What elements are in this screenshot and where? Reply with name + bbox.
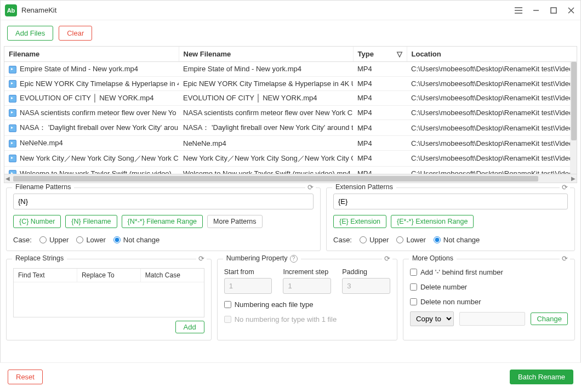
start-from-input[interactable] — [224, 278, 272, 294]
help-icon[interactable]: ? — [290, 255, 298, 263]
extension-patterns-panel: Extension Patterns ⟳ {E} Extension {E*-*… — [326, 188, 575, 251]
number-pattern-chip[interactable]: {C} Number — [13, 215, 61, 228]
batch-rename-button[interactable]: Batch Rename — [510, 370, 573, 384]
file-icon — [9, 95, 16, 103]
col-location[interactable]: Location — [407, 47, 577, 62]
add-dash-option[interactable]: Add '-' behind first number — [410, 268, 568, 276]
col-find-text: Find Text — [14, 269, 77, 282]
filename-pattern-input[interactable] — [13, 194, 314, 209]
more-patterns-chip[interactable]: More Patterns — [207, 215, 263, 228]
col-filename[interactable]: Filename — [4, 47, 179, 62]
table-row[interactable]: New York City／New York City Song／New Yor… — [4, 150, 577, 166]
copy-to-select[interactable]: Copy to — [410, 311, 454, 326]
ext-case-upper[interactable]: Upper — [360, 236, 389, 244]
app-title: RenameKit — [21, 6, 514, 14]
replace-table: Find Text Replace To Match Case — [13, 268, 204, 317]
numbering-panel: Numbering Property? ⟳ Start from Increme… — [217, 259, 397, 340]
svg-rect-4 — [551, 8, 556, 13]
col-replace-to: Replace To — [77, 269, 141, 282]
table-row[interactable]: EVOLUTION OF CITY │ NEW YORK.mp4EVOLUTIO… — [4, 91, 577, 106]
padding-input[interactable] — [342, 278, 390, 294]
titlebar: Ab RenameKit — [1, 1, 580, 20]
ext-case-lower[interactable]: Lower — [396, 236, 425, 244]
refresh-icon[interactable]: ⟳ — [560, 254, 570, 263]
padding-label: Padding — [342, 268, 390, 276]
delete-number-option[interactable]: Delete number — [410, 283, 568, 291]
file-icon — [9, 140, 16, 147]
case-lower[interactable]: Lower — [76, 236, 105, 244]
file-icon — [9, 109, 16, 117]
replace-strings-panel: Replace Strings ⟳ Find Text Replace To M… — [6, 259, 212, 340]
file-icon — [9, 80, 16, 88]
delete-non-number-option[interactable]: Delete non number — [410, 298, 568, 306]
table-row[interactable]: NeNeNe.mp4NeNeNe.mp4MP4C:\Users\mobeesof… — [4, 136, 577, 151]
table-row[interactable]: NASA scientists confirm meteor flew over… — [4, 105, 577, 120]
case-upper[interactable]: Upper — [39, 236, 69, 244]
scroll-right-icon[interactable]: ▶ — [571, 175, 576, 181]
add-replace-button[interactable]: Add — [175, 321, 204, 333]
more-options-panel: More Options ⟳ Add '-' behind first numb… — [403, 259, 575, 340]
col-new-filename[interactable]: New Filename — [179, 47, 353, 62]
extension-patterns-title: Extension Patterns — [332, 183, 396, 191]
refresh-icon[interactable]: ⟳ — [196, 254, 207, 263]
start-from-label: Start from — [224, 268, 272, 276]
replace-title: Replace Strings — [12, 254, 67, 262]
filter-icon[interactable]: ▽ — [397, 50, 402, 58]
maximize-icon[interactable] — [549, 5, 559, 15]
file-icon — [9, 66, 16, 73]
file-icon — [9, 155, 16, 162]
toolbar: Add Files Clear — [1, 20, 580, 46]
reset-button[interactable]: Reset — [8, 370, 43, 384]
horizontal-scrollbar[interactable]: ◀ ▶ — [4, 174, 577, 183]
minimize-icon[interactable] — [531, 5, 541, 15]
col-type[interactable]: Type▽ — [353, 47, 407, 62]
add-files-button[interactable]: Add Files — [7, 26, 53, 41]
numbering-each-type[interactable]: Numbering each file type — [224, 300, 390, 309]
extension-range-chip[interactable]: {E*-*} Extension Range — [391, 215, 474, 228]
file-icon — [9, 124, 16, 132]
case-label: Case: — [13, 236, 32, 244]
clear-button[interactable]: Clear — [59, 26, 92, 41]
increment-label: Increment step — [283, 268, 331, 276]
numbering-title: Numbering Property? — [223, 254, 301, 263]
filename-patterns-title: Filename Patterns — [12, 183, 74, 191]
ext-case-notchange[interactable]: Not change — [434, 236, 480, 244]
change-button[interactable]: Change — [531, 313, 568, 325]
case-notchange[interactable]: Not change — [113, 236, 160, 244]
case-label: Case: — [333, 236, 352, 244]
filename-pattern-chip[interactable]: {N} Filename — [65, 215, 117, 228]
table-row[interactable]: Empire State of Mind - New york.mp4Empir… — [4, 62, 577, 77]
footer: Reset Batch Rename — [0, 362, 581, 392]
scroll-left-icon[interactable]: ◀ — [5, 175, 10, 181]
menu-icon[interactable] — [514, 5, 523, 15]
col-match-case: Match Case — [141, 269, 204, 282]
extension-pattern-input[interactable] — [333, 194, 568, 209]
refresh-icon[interactable]: ⟳ — [560, 183, 570, 191]
vertical-scrollbar[interactable] — [570, 62, 577, 174]
refresh-icon[interactable]: ⟳ — [382, 254, 392, 263]
app-icon: Ab — [5, 4, 17, 16]
close-icon[interactable] — [566, 5, 576, 15]
no-numbering-one: No numbering for type with 1 file — [224, 315, 390, 323]
extension-chip[interactable]: {E} Extension — [333, 215, 386, 228]
refresh-icon[interactable]: ⟳ — [305, 183, 316, 191]
table-row[interactable]: Epic NEW YORK City Timelapse & Hyperlaps… — [4, 76, 577, 91]
file-table: Filename New Filename Type▽ Location Emp… — [4, 46, 577, 183]
table-row[interactable]: NASA： 'Daylight fireball over New York C… — [4, 120, 577, 136]
increment-input[interactable] — [283, 278, 331, 294]
filename-patterns-panel: Filename Patterns ⟳ {C} Number {N} Filen… — [6, 188, 321, 251]
filename-range-chip[interactable]: {N*-*} Filename Range — [122, 215, 203, 228]
more-options-title: More Options — [409, 254, 457, 262]
copy-to-path[interactable] — [459, 312, 526, 326]
